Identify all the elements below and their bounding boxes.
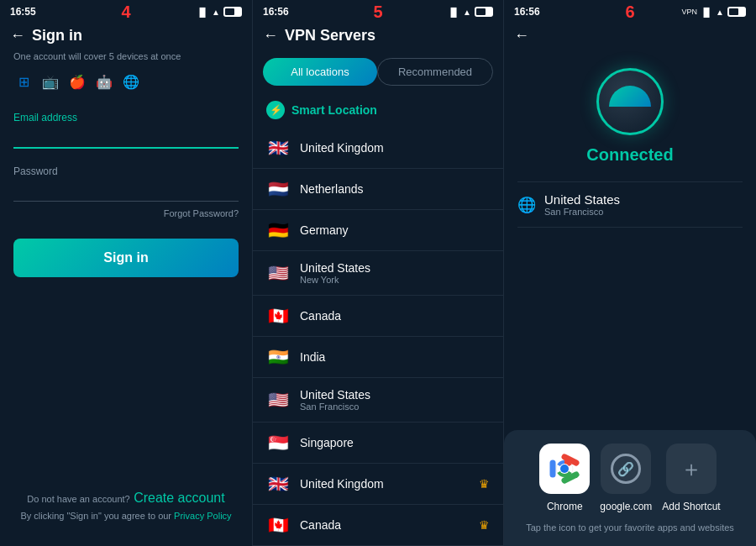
- google-link-icon: 🔗: [611, 454, 641, 484]
- signin-title: Sign in: [32, 27, 82, 45]
- server-item[interactable]: 🇬🇧United Kingdom♛: [253, 464, 503, 505]
- vpn-globe-icon: [596, 68, 664, 135]
- server-sub: San Francisco: [300, 402, 490, 412]
- server-name: United States: [300, 261, 490, 275]
- location-row: 🌐 United States San Francisco: [517, 181, 743, 228]
- vpn-header: ← VPN Servers: [253, 24, 503, 51]
- flag-icon: 🇺🇸: [266, 390, 290, 410]
- server-item[interactable]: 🇬🇧United Kingdom: [253, 128, 503, 169]
- flag-icon: 🇩🇪: [266, 220, 290, 240]
- google-shortcut[interactable]: 🔗 google.com: [600, 444, 652, 512]
- status-bar-3: 16:56 6 VPN ▐▌ ▲: [504, 0, 756, 24]
- create-account-link[interactable]: Create account: [134, 491, 225, 505]
- back-button-3[interactable]: ←: [514, 27, 529, 45]
- vpn-visor: [609, 86, 651, 107]
- status-bar-1: 16:55 4 ▐▌ ▲: [0, 0, 252, 24]
- server-item[interactable]: 🇺🇸United StatesNew York: [253, 251, 503, 296]
- wifi-icon-3: ▲: [716, 8, 724, 17]
- server-item[interactable]: 🇨🇦Canada♛: [253, 505, 503, 546]
- battery-fill: [225, 8, 234, 15]
- battery-icon-3: [727, 7, 746, 17]
- back-button-1[interactable]: ←: [10, 27, 25, 45]
- battery-icon: [223, 7, 242, 17]
- server-item[interactable]: 🇸🇬Singapore: [253, 423, 503, 464]
- server-item[interactable]: 🇩🇪Germany: [253, 210, 503, 251]
- email-input[interactable]: [13, 127, 239, 149]
- flag-icon: 🇬🇧: [266, 138, 290, 158]
- vpn-title: VPN Servers: [285, 27, 375, 45]
- flag-icon: 🇨🇦: [266, 306, 290, 326]
- battery-icon-2: [475, 7, 493, 17]
- globe-icon: 🌐: [517, 196, 536, 214]
- add-shortcut[interactable]: ＋ Add Shortcut: [662, 444, 720, 512]
- server-name: Singapore: [300, 436, 490, 449]
- forgot-password-link[interactable]: Forgot Password?: [164, 208, 239, 218]
- shortcuts-area: Chrome 🔗 google.com ＋ Add Shortcut Tap t…: [504, 430, 756, 546]
- wifi-icon-2: ▲: [463, 8, 471, 17]
- server-info: Netherlands: [300, 182, 490, 196]
- apple-icon: 🍎: [67, 71, 87, 92]
- chrome-os-icon: 🌐: [121, 71, 141, 92]
- link-symbol: 🔗: [617, 461, 634, 477]
- connected-label: Connected: [586, 145, 673, 165]
- tab-recommended[interactable]: Recommended: [377, 58, 493, 86]
- server-name: Canada: [300, 518, 479, 532]
- signin-subtitle: One account will cover 5 devices at once: [0, 51, 252, 61]
- server-info: Canada: [300, 518, 479, 532]
- google-label: google.com: [600, 501, 652, 512]
- panel-num-2: 5: [373, 3, 382, 22]
- crown-icon: ♛: [479, 518, 490, 532]
- signin-button[interactable]: Sign in: [13, 239, 239, 277]
- server-list: 🇬🇧United Kingdom🇳🇱Netherlands🇩🇪Germany🇺🇸…: [253, 128, 503, 546]
- chrome-icon-bg: [539, 444, 590, 494]
- android-icon: 🤖: [94, 71, 114, 92]
- status-icons-2: ▐▌ ▲: [448, 7, 493, 17]
- time-3: 16:56: [514, 6, 540, 18]
- battery-fill-2: [476, 8, 486, 15]
- battery-fill-3: [729, 8, 738, 15]
- time-1: 16:55: [10, 6, 36, 18]
- no-account-text: Do not have an account?: [27, 494, 129, 504]
- signal-icon: ▐▌: [197, 8, 208, 17]
- server-info: Singapore: [300, 436, 490, 449]
- chrome-icon: [549, 454, 580, 484]
- add-shortcut-label: Add Shortcut: [662, 501, 720, 512]
- flag-icon: 🇺🇸: [266, 263, 290, 283]
- password-input[interactable]: [13, 181, 239, 202]
- location-sub: San Francisco: [544, 207, 620, 217]
- tv-icon: 📺: [40, 71, 60, 92]
- bottom-links: Do not have an account? Create account B…: [0, 491, 252, 521]
- panel-num-1: 4: [121, 3, 130, 22]
- smart-location-row[interactable]: ⚡ Smart Location: [253, 92, 503, 128]
- wifi-icon: ▲: [212, 8, 220, 17]
- location-name: United States: [544, 192, 620, 207]
- privacy-policy-link[interactable]: Privacy Policy: [174, 511, 231, 521]
- location-info: United States San Francisco: [544, 192, 620, 217]
- server-name: United States: [300, 388, 490, 402]
- svg-point-4: [560, 465, 569, 473]
- server-item[interactable]: 🇮🇳India: [253, 337, 503, 378]
- server-info: Germany: [300, 223, 490, 237]
- server-name: United Kingdom: [300, 477, 479, 491]
- time-2: 16:56: [263, 6, 289, 18]
- add-shortcut-icon-bg: ＋: [666, 444, 717, 494]
- connected-header: ←: [504, 24, 756, 51]
- server-name: India: [300, 350, 490, 364]
- flag-icon: 🇳🇱: [266, 179, 290, 199]
- flag-icon: 🇨🇦: [266, 515, 290, 535]
- email-group: Email address: [0, 112, 252, 149]
- create-account-row: Do not have an account? Create account: [0, 491, 252, 506]
- plus-icon: ＋: [680, 454, 702, 484]
- signin-header: ← Sign in: [0, 24, 252, 51]
- back-button-2[interactable]: ←: [263, 27, 278, 45]
- chrome-shortcut[interactable]: Chrome: [539, 444, 590, 512]
- google-icon-bg: 🔗: [601, 444, 651, 494]
- server-item[interactable]: 🇨🇦Canada: [253, 296, 503, 337]
- windows-icon: ⊞: [13, 71, 34, 92]
- server-name: Germany: [300, 223, 490, 237]
- server-item[interactable]: 🇳🇱Netherlands: [253, 169, 503, 210]
- flag-icon: 🇸🇬: [266, 433, 290, 453]
- server-item[interactable]: 🇺🇸United StatesSan Francisco: [253, 378, 503, 423]
- status-icons-3: VPN ▐▌ ▲: [681, 7, 746, 17]
- tab-all-locations[interactable]: All locations: [263, 58, 377, 86]
